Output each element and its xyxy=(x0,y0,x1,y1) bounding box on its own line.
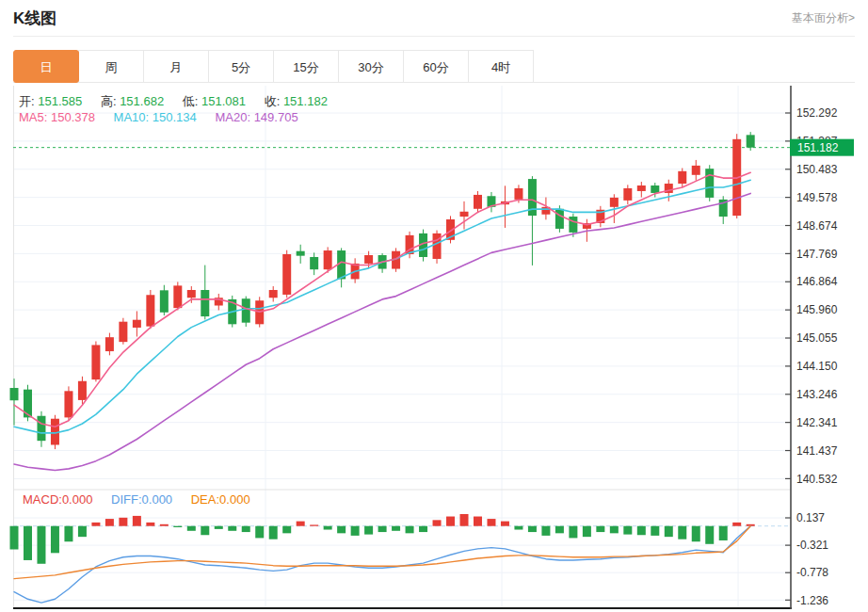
candle-body xyxy=(747,135,755,147)
candle-body xyxy=(297,251,305,256)
candle-body xyxy=(514,188,522,200)
macd-hist-bar xyxy=(446,517,455,526)
candle-body xyxy=(133,320,141,328)
price-axis-label: 150.483 xyxy=(796,163,838,176)
candle-body xyxy=(651,185,659,193)
price-axis-label: 143.246 xyxy=(796,388,838,401)
macd-hist-bar xyxy=(541,526,550,536)
candle-body xyxy=(610,198,619,207)
macd-hist-bar xyxy=(242,526,250,532)
price-axis-label: 145.960 xyxy=(796,303,838,316)
high-value: 151.682 xyxy=(120,94,164,108)
candle-body xyxy=(310,257,318,269)
candle-body xyxy=(242,298,250,322)
macd-hist-bar xyxy=(364,526,373,535)
macd-hist-bar xyxy=(732,523,741,526)
macd-hist-bar xyxy=(215,526,223,529)
ma10-line xyxy=(14,180,750,433)
low-label: 低: xyxy=(183,94,199,108)
macd-hist-bar xyxy=(91,523,100,526)
macd-hist-bar xyxy=(324,526,332,530)
macd-hist-bar xyxy=(228,526,236,531)
candle-body xyxy=(187,290,196,298)
price-axis-label: 145.055 xyxy=(796,331,838,345)
price-axis-label: 140.532 xyxy=(796,473,838,486)
ohlc-legend: 开: 151.585 高: 151.682 低: 151.081 收: 151.… xyxy=(19,93,343,110)
macd-hist-bar xyxy=(637,526,646,536)
macd-hist-bar xyxy=(351,526,360,536)
macd-hist-bar xyxy=(569,526,577,539)
candle-body xyxy=(460,212,469,217)
price-axis-label: 148.674 xyxy=(796,219,838,233)
macd-hist-bar xyxy=(501,522,509,526)
price-axis-label: 147.769 xyxy=(796,248,838,261)
diff-value: 0.000 xyxy=(142,492,173,507)
macd-hist-bar xyxy=(297,522,305,526)
macd-hist-bar xyxy=(10,526,19,550)
macd-hist-bar xyxy=(406,526,414,534)
macd-hist-bar xyxy=(119,518,127,526)
price-tag-value: 151.182 xyxy=(797,141,839,154)
open-label: 开: xyxy=(19,94,35,108)
close-label: 收: xyxy=(265,94,281,108)
macd-axis-label: 0.137 xyxy=(796,511,825,524)
macd-hist-bar xyxy=(583,526,591,537)
macd-hist-bar xyxy=(610,526,619,534)
macd-hist-bar xyxy=(378,526,387,532)
macd-hist-bar xyxy=(282,526,291,534)
ma5-label: MA5: xyxy=(19,110,47,124)
candle-body xyxy=(569,217,577,233)
macd-hist-bar xyxy=(160,524,169,526)
candle-body xyxy=(64,391,72,417)
macd-axis-label: -0.778 xyxy=(796,566,828,579)
ma10-label: MA10: xyxy=(114,110,150,124)
candle-body xyxy=(555,209,564,229)
candle-body xyxy=(324,250,332,269)
diff-label: DIFF: xyxy=(111,492,142,507)
candle-body xyxy=(201,290,209,316)
macd-axis-label: -1.236 xyxy=(796,594,828,607)
high-label: 高: xyxy=(101,94,117,108)
price-axis-label: 142.341 xyxy=(796,416,838,429)
macd-hist-bar xyxy=(665,526,673,537)
macd-hist-bar xyxy=(514,526,522,530)
ma10-value: 150.134 xyxy=(153,110,197,124)
macd-hist-bar xyxy=(623,526,632,535)
macd-hist-bar xyxy=(705,526,714,544)
candle-body xyxy=(705,169,714,198)
ma-legend: MA5: 150.378 MA10: 150.134 MA20: 149.705 xyxy=(19,110,313,124)
tab-day[interactable]: 日 xyxy=(13,50,79,83)
macd-hist-bar xyxy=(173,526,182,527)
macd-hist-bar xyxy=(105,519,114,526)
price-axis-label: 146.864 xyxy=(796,275,838,288)
candle-body xyxy=(282,254,291,295)
price-axis-label: 149.578 xyxy=(796,191,838,204)
ma5-value: 150.378 xyxy=(51,110,95,124)
macd-hist-bar xyxy=(555,526,564,534)
candle-body xyxy=(173,285,182,308)
candle-body xyxy=(269,290,278,298)
candle-body xyxy=(105,337,114,351)
candle-body xyxy=(160,290,169,312)
price-axis-label: 152.292 xyxy=(796,106,838,120)
macd-hist-bar xyxy=(310,524,318,525)
macd-hist-bar xyxy=(487,519,495,526)
macd-hist-bar xyxy=(255,526,264,539)
macd-hist-bar xyxy=(64,526,72,542)
candle-body xyxy=(146,295,154,326)
candle-body xyxy=(37,416,45,441)
dea-value: 0.000 xyxy=(219,492,250,507)
kline-chart-canvas[interactable]: 152.292151.387150.483149.578148.674147.7… xyxy=(0,0,868,612)
candle-body xyxy=(78,381,87,400)
candle-body xyxy=(678,171,686,184)
macd-hist-bar xyxy=(474,517,482,526)
candle-body xyxy=(24,390,32,418)
price-axis-label: 141.437 xyxy=(796,444,838,458)
macd-hist-bar xyxy=(37,526,45,564)
open-value: 151.585 xyxy=(38,94,82,108)
macd-hist-bar xyxy=(719,526,728,540)
macd-hist-bar xyxy=(133,516,141,526)
macd-hist-bar xyxy=(392,526,400,531)
candle-body xyxy=(91,345,100,379)
macd-hist-bar xyxy=(678,526,686,540)
